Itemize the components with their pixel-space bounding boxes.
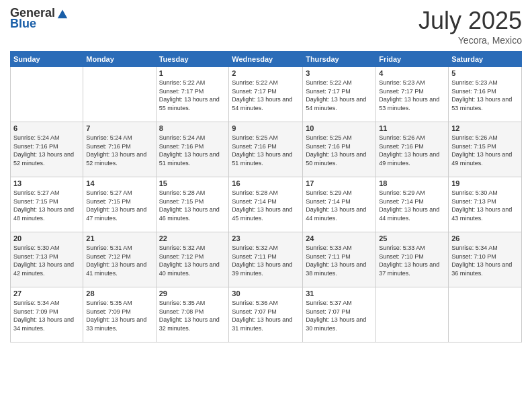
- day-info: Sunrise: 5:35 AM Sunset: 7:09 PM Dayligh…: [86, 299, 152, 332]
- day-cell: 8Sunrise: 5:24 AM Sunset: 7:16 PM Daylig…: [156, 122, 229, 177]
- day-info: Sunrise: 5:25 AM Sunset: 7:16 PM Dayligh…: [232, 134, 300, 167]
- day-info: Sunrise: 5:36 AM Sunset: 7:07 PM Dayligh…: [232, 299, 300, 332]
- col-header-friday: Friday: [376, 52, 449, 67]
- day-cell: 11Sunrise: 5:26 AM Sunset: 7:16 PM Dayli…: [376, 122, 449, 177]
- day-info: Sunrise: 5:30 AM Sunset: 7:13 PM Dayligh…: [13, 244, 80, 277]
- day-number: 21: [86, 234, 152, 242]
- day-cell: 16Sunrise: 5:28 AM Sunset: 7:14 PM Dayli…: [229, 177, 303, 232]
- day-info: Sunrise: 5:29 AM Sunset: 7:14 PM Dayligh…: [306, 189, 373, 222]
- day-number: 23: [232, 234, 300, 242]
- day-number: 2: [232, 69, 300, 77]
- week-row-3: 20Sunrise: 5:30 AM Sunset: 7:13 PM Dayli…: [11, 232, 522, 287]
- day-cell: 31Sunrise: 5:37 AM Sunset: 7:07 PM Dayli…: [303, 287, 376, 342]
- day-info: Sunrise: 5:29 AM Sunset: 7:14 PM Dayligh…: [379, 189, 445, 222]
- col-header-thursday: Thursday: [303, 52, 376, 67]
- day-cell: 10Sunrise: 5:25 AM Sunset: 7:16 PM Dayli…: [303, 122, 376, 177]
- day-info: Sunrise: 5:27 AM Sunset: 7:15 PM Dayligh…: [86, 189, 152, 222]
- day-info: Sunrise: 5:33 AM Sunset: 7:11 PM Dayligh…: [306, 244, 373, 277]
- header: General Blue July 2025 Yecora, Mexico: [10, 7, 522, 46]
- day-cell: 29Sunrise: 5:35 AM Sunset: 7:08 PM Dayli…: [156, 287, 229, 342]
- day-number: 19: [451, 179, 519, 187]
- day-cell: 12Sunrise: 5:26 AM Sunset: 7:15 PM Dayli…: [449, 122, 522, 177]
- col-header-wednesday: Wednesday: [229, 52, 303, 67]
- day-info: Sunrise: 5:24 AM Sunset: 7:16 PM Dayligh…: [159, 134, 226, 167]
- day-cell: [449, 287, 522, 342]
- day-cell: 25Sunrise: 5:33 AM Sunset: 7:10 PM Dayli…: [376, 232, 449, 287]
- day-number: 28: [86, 289, 152, 298]
- day-cell: 5Sunrise: 5:23 AM Sunset: 7:16 PM Daylig…: [449, 67, 522, 122]
- day-cell: 23Sunrise: 5:32 AM Sunset: 7:11 PM Dayli…: [229, 232, 303, 287]
- day-info: Sunrise: 5:27 AM Sunset: 7:15 PM Dayligh…: [13, 189, 80, 222]
- day-info: Sunrise: 5:25 AM Sunset: 7:16 PM Dayligh…: [306, 134, 373, 167]
- day-cell: 15Sunrise: 5:28 AM Sunset: 7:15 PM Dayli…: [156, 177, 229, 232]
- day-info: Sunrise: 5:23 AM Sunset: 7:17 PM Dayligh…: [379, 79, 445, 112]
- day-number: 15: [159, 179, 226, 187]
- day-cell: 30Sunrise: 5:36 AM Sunset: 7:07 PM Dayli…: [229, 287, 303, 342]
- day-number: 4: [379, 69, 445, 77]
- location: Yecora, Mexico: [418, 35, 522, 46]
- day-cell: [83, 67, 156, 122]
- month-title: July 2025: [418, 7, 522, 35]
- header-row: SundayMondayTuesdayWednesdayThursdayFrid…: [11, 52, 522, 67]
- day-number: 25: [379, 234, 445, 242]
- day-number: 8: [159, 124, 226, 132]
- day-number: 3: [306, 69, 373, 77]
- day-number: 20: [13, 234, 80, 242]
- day-number: 16: [232, 179, 300, 187]
- day-number: 31: [306, 289, 373, 298]
- day-cell: 27Sunrise: 5:34 AM Sunset: 7:09 PM Dayli…: [11, 287, 83, 342]
- day-cell: 21Sunrise: 5:31 AM Sunset: 7:12 PM Dayli…: [83, 232, 156, 287]
- page-container: General Blue July 2025 Yecora, Mexico Su…: [0, 0, 532, 349]
- day-number: 1: [159, 69, 226, 77]
- day-info: Sunrise: 5:26 AM Sunset: 7:15 PM Dayligh…: [451, 134, 519, 167]
- title-block: July 2025 Yecora, Mexico: [418, 7, 522, 46]
- day-info: Sunrise: 5:23 AM Sunset: 7:16 PM Dayligh…: [451, 79, 519, 112]
- day-cell: 7Sunrise: 5:24 AM Sunset: 7:16 PM Daylig…: [83, 122, 156, 177]
- day-info: Sunrise: 5:22 AM Sunset: 7:17 PM Dayligh…: [159, 79, 226, 112]
- day-info: Sunrise: 5:32 AM Sunset: 7:12 PM Dayligh…: [159, 244, 226, 277]
- week-row-1: 6Sunrise: 5:24 AM Sunset: 7:16 PM Daylig…: [11, 122, 522, 177]
- day-info: Sunrise: 5:22 AM Sunset: 7:17 PM Dayligh…: [232, 79, 300, 112]
- day-cell: 28Sunrise: 5:35 AM Sunset: 7:09 PM Dayli…: [83, 287, 156, 342]
- col-header-sunday: Sunday: [11, 52, 83, 67]
- col-header-tuesday: Tuesday: [156, 52, 229, 67]
- col-header-monday: Monday: [83, 52, 156, 67]
- day-number: 5: [451, 69, 519, 77]
- week-row-4: 27Sunrise: 5:34 AM Sunset: 7:09 PM Dayli…: [11, 287, 522, 342]
- day-cell: 24Sunrise: 5:33 AM Sunset: 7:11 PM Dayli…: [303, 232, 376, 287]
- day-info: Sunrise: 5:26 AM Sunset: 7:16 PM Dayligh…: [379, 134, 445, 167]
- day-cell: [376, 287, 449, 342]
- day-cell: 14Sunrise: 5:27 AM Sunset: 7:15 PM Dayli…: [83, 177, 156, 232]
- day-number: 26: [451, 234, 519, 242]
- day-info: Sunrise: 5:31 AM Sunset: 7:12 PM Dayligh…: [86, 244, 152, 277]
- day-number: 6: [13, 124, 80, 132]
- day-info: Sunrise: 5:24 AM Sunset: 7:16 PM Dayligh…: [86, 134, 152, 167]
- day-info: Sunrise: 5:32 AM Sunset: 7:11 PM Dayligh…: [232, 244, 300, 277]
- logo-icon: [56, 7, 69, 19]
- day-cell: 18Sunrise: 5:29 AM Sunset: 7:14 PM Dayli…: [376, 177, 449, 232]
- day-number: 13: [13, 179, 80, 187]
- svg-marker-0: [58, 9, 67, 18]
- calendar-table: SundayMondayTuesdayWednesdayThursdayFrid…: [10, 51, 522, 342]
- day-cell: 1Sunrise: 5:22 AM Sunset: 7:17 PM Daylig…: [156, 67, 229, 122]
- day-number: 10: [306, 124, 373, 132]
- day-number: 22: [159, 234, 226, 242]
- day-info: Sunrise: 5:34 AM Sunset: 7:10 PM Dayligh…: [451, 244, 519, 277]
- day-cell: [11, 67, 83, 122]
- day-number: 11: [379, 124, 445, 132]
- day-info: Sunrise: 5:33 AM Sunset: 7:10 PM Dayligh…: [379, 244, 445, 277]
- col-header-saturday: Saturday: [449, 52, 522, 67]
- day-number: 30: [232, 289, 300, 298]
- day-cell: 2Sunrise: 5:22 AM Sunset: 7:17 PM Daylig…: [229, 67, 303, 122]
- logo: General Blue: [10, 7, 69, 31]
- day-cell: 13Sunrise: 5:27 AM Sunset: 7:15 PM Dayli…: [11, 177, 83, 232]
- day-cell: 19Sunrise: 5:30 AM Sunset: 7:13 PM Dayli…: [449, 177, 522, 232]
- day-cell: 17Sunrise: 5:29 AM Sunset: 7:14 PM Dayli…: [303, 177, 376, 232]
- day-cell: 3Sunrise: 5:22 AM Sunset: 7:17 PM Daylig…: [303, 67, 376, 122]
- week-row-2: 13Sunrise: 5:27 AM Sunset: 7:15 PM Dayli…: [11, 177, 522, 232]
- day-number: 29: [159, 289, 226, 298]
- day-cell: 6Sunrise: 5:24 AM Sunset: 7:16 PM Daylig…: [11, 122, 83, 177]
- day-number: 27: [13, 289, 80, 298]
- day-number: 9: [232, 124, 300, 132]
- day-number: 24: [306, 234, 373, 242]
